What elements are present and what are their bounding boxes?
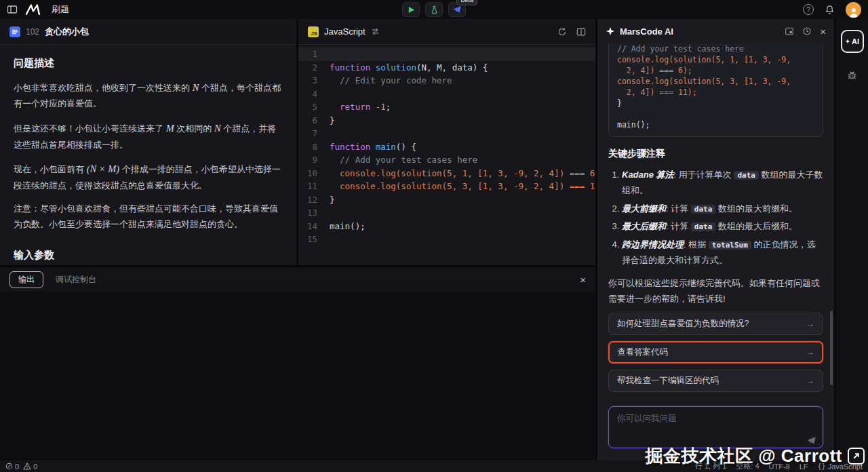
tab-debug-console[interactable]: 调试控制台 (56, 274, 96, 286)
token: console.log(solution(5, 3, [1, 3, -9, 2,… (340, 181, 595, 191)
token: function (330, 142, 376, 152)
user-avatar[interactable] (846, 2, 861, 18)
code-line[interactable]: 5 return -1; (298, 100, 595, 114)
token: () { (396, 142, 416, 152)
code-line[interactable]: 15 (298, 233, 595, 246)
debug-bug-button[interactable] (846, 69, 858, 81)
token: main(); (330, 221, 366, 231)
errors-count: 0 (15, 463, 19, 471)
code-line[interactable]: 4 (298, 87, 595, 101)
notifications-bell-icon[interactable] (825, 5, 835, 15)
math-var: N (214, 123, 221, 134)
ai-notes-heading: 关键步骤注释 (608, 148, 823, 160)
line-number: 4 (298, 87, 330, 101)
ai-message-input[interactable] (608, 406, 823, 448)
token: -1 (376, 102, 386, 112)
tab-output[interactable]: 输出 (9, 271, 43, 288)
term: 最大后缀和 (622, 221, 666, 231)
cursor-position[interactable]: 行 1, 列 1 (695, 461, 726, 471)
problem-doc-icon (9, 26, 20, 37)
code-line[interactable]: 8function main() { (298, 140, 595, 154)
javascript-icon: JS (308, 26, 319, 37)
line-number: 10 (298, 167, 330, 180)
send-button[interactable] (806, 435, 816, 446)
code-text: // Edit your code here (330, 74, 452, 87)
code-block-line (617, 109, 814, 119)
list-item: 最大后缀和: 计算 data 数组的最大后缀和。 (622, 218, 823, 234)
ai-assistant-button[interactable]: AI (841, 30, 864, 53)
run-button[interactable] (402, 2, 420, 17)
line-number: 2 (298, 61, 330, 75)
token (330, 181, 340, 191)
code-line[interactable]: 14main(); (298, 220, 595, 233)
editor-panel: JS JavaScript 1 (298, 19, 595, 265)
topbar-left: 刷题 (7, 3, 69, 16)
submit-button[interactable]: Beta (448, 2, 466, 17)
section-heading-description: 问题描述 (14, 57, 283, 70)
reset-code-icon[interactable] (557, 27, 567, 37)
switch-language-icon[interactable] (371, 27, 380, 36)
token: } (330, 115, 335, 125)
nav-item-problems[interactable]: 刷题 (52, 3, 69, 16)
code-line[interactable]: 11 console.log(solution(5, 3, [1, 3, -9,… (298, 180, 595, 193)
code-line[interactable]: 12} (298, 193, 595, 207)
text: : 计算 (666, 221, 691, 231)
code-line[interactable]: 2function solution(N, M, data) { (298, 61, 595, 75)
code-editor[interactable]: 1 2function solution(N, M, data) { 3 // … (298, 45, 595, 265)
code-line[interactable]: 6} (298, 114, 595, 127)
close-icon[interactable]: × (820, 26, 826, 37)
errors-indicator[interactable]: 0 (5, 463, 19, 471)
language-label[interactable]: JavaScript (324, 26, 366, 37)
term: 跨边界情况处理 (622, 239, 684, 250)
code-line[interactable]: 13 (298, 206, 595, 220)
code-line[interactable]: 9 // Add your test cases here (298, 153, 595, 167)
run-tests-button[interactable] (425, 2, 443, 17)
code-text: main(); (330, 220, 366, 233)
arrow-right-icon: → (806, 376, 814, 386)
suggestion-negative-values[interactable]: 如何处理甜点喜爱值为负数的情况? → (608, 313, 823, 335)
suggestion-check-code[interactable]: 帮我检查一下编辑区的代码 → (608, 370, 823, 392)
history-clock-icon[interactable] (802, 26, 812, 36)
marscode-logo-icon[interactable] (26, 4, 43, 15)
error-circle-icon (5, 463, 13, 470)
layout-compare-icon[interactable] (576, 27, 586, 37)
open-in-editor-icon[interactable] (785, 26, 794, 36)
close-icon[interactable]: × (580, 274, 586, 286)
token: (N, M, data) { (416, 62, 488, 73)
encoding[interactable]: UTF-8 (769, 463, 790, 471)
section-heading-input: 输入参数 (14, 249, 283, 262)
suggestion-label: 查看答案代码 (617, 347, 668, 358)
token: // Edit your code here (330, 75, 452, 85)
scrollbar-thumb[interactable] (830, 311, 833, 385)
code-line[interactable]: 1 (298, 47, 595, 61)
code-line[interactable]: 10 console.log(solution(5, 1, [1, 3, -9,… (298, 167, 595, 180)
suggestion-label: 帮我检查一下编辑区的代码 (617, 375, 719, 387)
editor-header: JS JavaScript (298, 19, 595, 45)
ai-chat-area: // Add your test cases here console.log(… (597, 43, 834, 313)
token: console.log(solution(5, 1, [1, 3, -9, 2,… (340, 168, 595, 178)
help-icon[interactable]: ? (803, 4, 814, 15)
text: 现在，小包面前有 (14, 164, 87, 174)
token (330, 102, 340, 112)
ai-label: AI (852, 37, 859, 45)
math-expression: (N × M) (87, 163, 119, 174)
braces-icon: {} (818, 463, 826, 470)
eol-setting[interactable]: LF (800, 463, 808, 471)
term: Kadane 算法 (622, 170, 674, 180)
warnings-indicator[interactable]: 0 (23, 463, 37, 471)
sidebar-toggle-icon[interactable] (7, 4, 18, 15)
token: solution (376, 62, 416, 73)
watermark-icon (848, 448, 865, 465)
ai-code-block: // Add your test cases here console.log(… (608, 43, 823, 137)
line-number: 1 (298, 47, 330, 61)
code-text: function solution(N, M, data) { (330, 61, 488, 75)
inline-code: totalSum (709, 241, 751, 250)
problem-body: 问题描述 小包非常喜欢吃甜点，他收到了一次性送来的 N 个甜点，每个甜点都有一个… (0, 45, 296, 265)
suggestion-view-answer[interactable]: 查看答案代码 → (608, 341, 823, 363)
indent-setting[interactable]: 空格: 4 (736, 461, 759, 471)
warnings-count: 0 (33, 463, 37, 471)
code-text: console.log(solution(5, 1, [1, 3, -9, 2,… (330, 167, 595, 180)
status-bar: 0 0 行 1, 列 1 空格: 4 UTF-8 LF {} JavaScrip… (0, 460, 868, 472)
code-line[interactable]: 7 (298, 127, 595, 140)
code-line[interactable]: 3 // Edit your code here (298, 74, 595, 87)
